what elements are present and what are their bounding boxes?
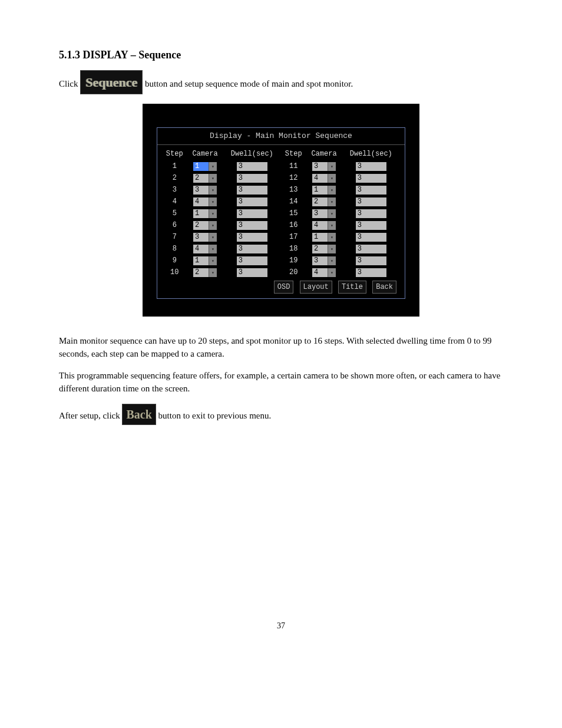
osd-button[interactable]: OSD [274,281,294,294]
step-cell: 5 [162,207,187,219]
chevron-down-icon[interactable]: ▾ [209,233,217,242]
camera-select[interactable]: 4▾ [312,174,336,183]
table-row: 22▾3124▾3 [162,172,400,184]
chevron-down-icon[interactable]: ▾ [328,186,336,195]
step-cell: 10 [162,266,187,278]
camera-select[interactable]: 4▾ [193,245,217,253]
table-row: 11▾3113▾3 [162,160,400,172]
camera-select[interactable]: 3▾ [193,186,217,195]
col-camera: Camera [187,147,223,160]
dwell-input[interactable]: 3 [356,162,386,171]
camera-select[interactable]: 1▾ [193,256,217,265]
text: button and setup sequence mode of main a… [145,79,353,88]
chevron-down-icon[interactable]: ▾ [209,245,217,253]
chevron-down-icon[interactable]: ▾ [209,268,217,277]
table-row: 73▾3171▾3 [162,231,400,243]
chevron-down-icon[interactable]: ▾ [209,221,217,230]
dwell-input[interactable]: 3 [237,174,267,183]
dwell-input[interactable]: 3 [356,197,386,206]
chevron-down-icon[interactable]: ▾ [209,209,217,218]
camera-select[interactable]: 1▾ [193,162,217,171]
back-button-image[interactable]: Back [122,404,156,425]
camera-select[interactable]: 2▾ [193,174,217,183]
table-row: 33▾3131▾3 [162,184,400,196]
camera-select[interactable]: 3▾ [312,256,336,265]
camera-select[interactable]: 1▾ [312,233,336,242]
col-dwell: Dwell(sec) [223,147,281,160]
chevron-down-icon[interactable]: ▾ [328,209,336,218]
col-step: Step [281,147,306,160]
back-button[interactable]: Back [372,281,396,294]
dwell-input[interactable]: 3 [356,186,386,195]
chevron-down-icon[interactable]: ▾ [328,197,336,206]
dwell-input[interactable]: 3 [237,256,267,265]
step-cell: 1 [162,160,187,172]
step-cell: 18 [281,243,306,255]
sequence-panel: Display - Main Monitor Sequence Step Cam… [157,127,405,299]
step-cell: 14 [281,196,306,207]
table-row: 91▾3193▾3 [162,255,400,266]
camera-select[interactable]: 4▾ [312,221,336,230]
step-cell: 8 [162,243,187,255]
chevron-down-icon[interactable]: ▾ [209,197,217,206]
layout-button[interactable]: Layout [300,281,332,294]
chevron-down-icon[interactable]: ▾ [328,268,336,277]
dwell-input[interactable]: 3 [237,209,267,218]
dwell-input[interactable]: 3 [356,256,386,265]
chevron-down-icon[interactable]: ▾ [209,256,217,265]
chevron-down-icon[interactable]: ▾ [209,174,217,183]
sequence-button[interactable]: Sequence [80,70,143,94]
dwell-input[interactable]: 3 [237,186,267,195]
chevron-down-icon[interactable]: ▾ [328,245,336,253]
camera-select[interactable]: 3▾ [312,162,336,171]
camera-select[interactable]: 4▾ [193,197,217,206]
table-row: 62▾3164▾3 [162,219,400,231]
dwell-input[interactable]: 3 [237,221,267,230]
dwell-input[interactable]: 3 [237,268,267,277]
dwell-input[interactable]: 3 [356,221,386,230]
table-row: 84▾3182▾3 [162,243,400,255]
camera-select[interactable]: 1▾ [312,186,336,195]
chevron-down-icon[interactable]: ▾ [328,221,336,230]
step-cell: 2 [162,172,187,184]
camera-select[interactable]: 2▾ [193,268,217,277]
dwell-input[interactable]: 3 [237,233,267,242]
title-button[interactable]: Title [338,281,366,294]
dwell-input[interactable]: 3 [356,245,386,253]
camera-select[interactable]: 2▾ [193,221,217,230]
chevron-down-icon[interactable]: ▾ [328,174,336,183]
col-camera: Camera [306,147,342,160]
section-title: 5.1.3 DISPLAY – Sequence [59,47,503,63]
step-cell: 20 [281,266,306,278]
back-paragraph: After setup, click Back button to exit t… [59,404,503,425]
chevron-down-icon[interactable]: ▾ [209,186,217,195]
chevron-down-icon[interactable]: ▾ [328,256,336,265]
dwell-input[interactable]: 3 [237,197,267,206]
step-cell: 3 [162,184,187,196]
step-cell: 17 [281,231,306,243]
camera-select[interactable]: 2▾ [312,197,336,206]
dwell-input[interactable]: 3 [356,268,386,277]
camera-select[interactable]: 4▾ [312,268,336,277]
chevron-down-icon[interactable]: ▾ [209,162,217,171]
dwell-input[interactable]: 3 [356,209,386,218]
step-cell: 13 [281,184,306,196]
step-cell: 7 [162,231,187,243]
dwell-input[interactable]: 3 [356,233,386,242]
table-row: 51▾3153▾3 [162,207,400,219]
description-paragraph: Main monitor sequence can have up to 20 … [59,334,503,361]
chevron-down-icon[interactable]: ▾ [328,162,336,171]
table-row: 102▾3204▾3 [162,266,400,278]
chevron-down-icon[interactable]: ▾ [328,233,336,242]
col-dwell: Dwell(sec) [342,147,400,160]
dwell-input[interactable]: 3 [356,174,386,183]
step-cell: 16 [281,219,306,231]
dwell-input[interactable]: 3 [237,162,267,171]
camera-select[interactable]: 1▾ [193,209,217,218]
dwell-input[interactable]: 3 [237,245,267,253]
camera-select[interactable]: 2▾ [312,245,336,253]
step-cell: 6 [162,219,187,231]
camera-select[interactable]: 3▾ [312,209,336,218]
table-row: 44▾3142▾3 [162,196,400,207]
camera-select[interactable]: 3▾ [193,233,217,242]
